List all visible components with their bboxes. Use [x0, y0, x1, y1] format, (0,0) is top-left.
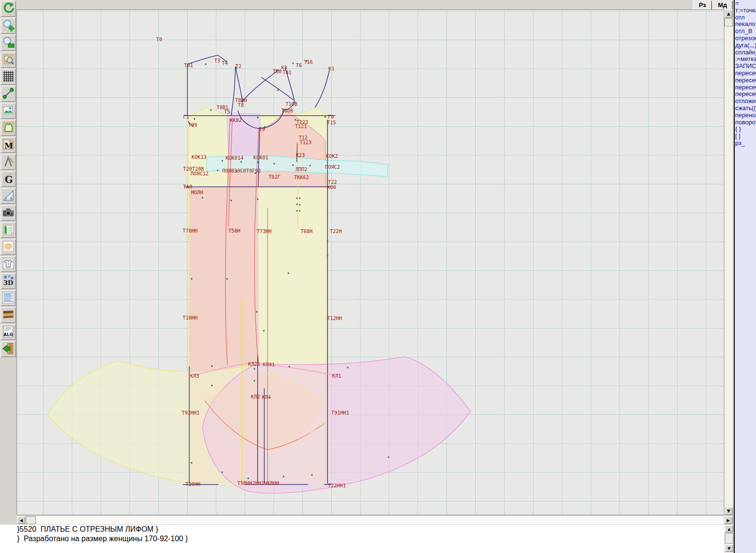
control-point[interactable] — [254, 380, 255, 381]
camera-button[interactable] — [0, 205, 16, 221]
control-point[interactable] — [217, 170, 218, 171]
command-item[interactable]: пересеч — [735, 70, 756, 77]
list-button[interactable] — [0, 290, 16, 306]
pattern-button[interactable] — [0, 120, 16, 136]
image-button[interactable] — [0, 103, 16, 119]
control-point[interactable] — [296, 198, 298, 199]
command-item[interactable]: пересеч — [735, 84, 756, 91]
control-point[interactable] — [257, 117, 258, 118]
control-point[interactable] — [191, 462, 192, 464]
portrait-button[interactable] — [0, 239, 16, 255]
control-point[interactable] — [263, 330, 265, 331]
control-point[interactable] — [347, 367, 349, 368]
text-scroll-up-icon[interactable]: ▲ — [725, 525, 733, 533]
command-item[interactable]: отрезок — [735, 35, 756, 42]
control-point[interactable] — [288, 272, 289, 274]
ruler-button[interactable]: 87 — [0, 188, 16, 204]
command-item[interactable]: [ ] — [735, 133, 756, 140]
control-point[interactable] — [325, 116, 326, 118]
control-point[interactable] — [257, 199, 258, 200]
command-item[interactable]: т:=точка — [735, 7, 756, 14]
control-point[interactable] — [231, 114, 232, 116]
control-point[interactable] — [222, 160, 223, 162]
control-point[interactable] — [299, 210, 301, 212]
alg-button[interactable]: ALG — [0, 324, 16, 340]
canvas-hscroll-thumb[interactable] — [26, 516, 36, 524]
control-point[interactable] — [292, 62, 294, 64]
control-point[interactable] — [277, 89, 279, 91]
control-point[interactable] — [202, 197, 203, 199]
command-item[interactable]: пекало — [735, 21, 756, 28]
command-item[interactable]: отл — [735, 14, 756, 21]
control-point[interactable] — [296, 210, 298, 212]
compass-button[interactable] — [0, 154, 16, 170]
control-point[interactable] — [274, 163, 275, 164]
command-item[interactable]: ЗАПИСА — [735, 63, 756, 70]
scroll-up-icon[interactable]: ▲ — [724, 9, 733, 18]
canvas-vscrollbar[interactable] — [724, 9, 733, 515]
md-button[interactable]: Мд — [712, 0, 733, 10]
control-point[interactable] — [211, 385, 213, 386]
command-item[interactable]: поворот — [735, 119, 756, 126]
scroll-left-icon[interactable]: ◀ — [17, 516, 26, 524]
control-point[interactable] — [254, 368, 255, 370]
control-point[interactable] — [299, 204, 301, 206]
control-point[interactable] — [387, 457, 389, 458]
command-item[interactable]: рз_ — [735, 140, 756, 147]
control-point[interactable] — [327, 241, 328, 242]
control-point[interactable] — [248, 478, 249, 479]
control-point[interactable] — [327, 255, 328, 257]
grid-button[interactable] — [0, 69, 16, 85]
canvas-hscrollbar[interactable] — [17, 516, 723, 524]
zoom-in-button[interactable] — [0, 17, 16, 34]
scroll-right-icon[interactable]: ▶ — [724, 516, 733, 524]
text-scroll-down-icon[interactable]: ▼ — [725, 544, 733, 552]
control-point[interactable] — [309, 165, 311, 166]
text-vscroll-thumb[interactable] — [725, 533, 733, 544]
garment-button[interactable] — [0, 256, 16, 272]
command-item[interactable]: отл_В — [735, 28, 756, 35]
command-item[interactable]: = — [735, 0, 756, 7]
segment-button[interactable] — [0, 86, 16, 102]
control-point[interactable] — [210, 109, 212, 111]
command-item[interactable]: { } — [735, 126, 756, 133]
command-item[interactable]: пересеч — [735, 77, 756, 84]
rz-button[interactable]: Рз — [693, 0, 712, 10]
command-item[interactable]: отложит — [735, 98, 756, 105]
pattern-preview-button[interactable] — [0, 52, 16, 68]
control-point[interactable] — [205, 63, 206, 65]
command-item[interactable]: сплайн_ — [735, 49, 756, 56]
command-item[interactable]: сжать(( — [735, 105, 756, 112]
control-point[interactable] — [226, 278, 228, 279]
g-tool-button[interactable]: G — [0, 171, 16, 187]
script-text-area[interactable]: }5520 ПЛАТЬЕ С ОТРЕЗНЫМ ЛИФОМ } } Разраб… — [0, 525, 724, 553]
m-tool-button[interactable]: M — [0, 137, 16, 153]
control-point[interactable] — [191, 278, 192, 279]
undo-button[interactable] — [0, 0, 16, 17]
control-point[interactable] — [241, 161, 242, 163]
control-point[interactable] — [222, 472, 223, 473]
control-point[interactable] — [296, 204, 298, 205]
command-item[interactable]: дуга(,,,) — [735, 42, 756, 49]
exit-button[interactable] — [0, 341, 16, 357]
drawing-canvas[interactable]: Т0Т01Т3Т4Т2Т60Т41К3Т6Т16К1Т10ВТ00ВТ8ВНТ8… — [17, 9, 724, 515]
scroll-down-icon[interactable]: ▼ — [724, 507, 733, 515]
command-item[interactable]: перенос — [735, 112, 756, 119]
canvas-vscroll-thumb[interactable] — [724, 18, 733, 26]
control-point[interactable] — [211, 365, 213, 367]
control-point[interactable] — [311, 475, 313, 476]
control-point[interactable] — [289, 366, 290, 367]
command-item[interactable]: :=метка — [735, 56, 756, 63]
control-point[interactable] — [256, 311, 258, 312]
control-point[interactable] — [231, 200, 232, 201]
command-list-panel[interactable]: =т:=точкаотлпекалоотл_Вотрезокдуга(,,,)с… — [734, 0, 756, 553]
control-point[interactable] — [299, 198, 301, 199]
zoom-out-button[interactable] — [0, 35, 16, 51]
table-button[interactable] — [0, 222, 16, 238]
control-point[interactable] — [194, 118, 195, 120]
command-item[interactable]: пересеч — [735, 91, 756, 98]
threed-button[interactable]: 3D — [0, 273, 16, 289]
control-point[interactable] — [257, 162, 258, 163]
control-point[interactable] — [292, 164, 294, 166]
control-point[interactable] — [283, 476, 284, 477]
